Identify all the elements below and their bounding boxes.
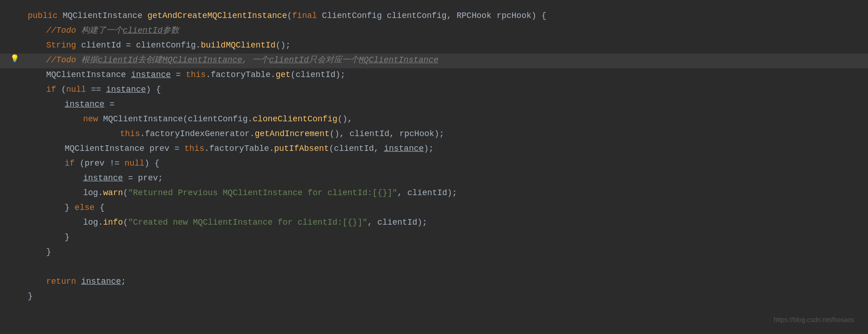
code-line-1: public MQClientInstance getAndCreateMQCl… xyxy=(0,9,868,24)
method-cloneclientconfig: cloneClientConfig xyxy=(253,113,338,126)
code-line-3: String clientId = clientConfig.buildMQCl… xyxy=(0,39,868,54)
log-var-2: log xyxy=(83,216,98,229)
keyword-if-1: if xyxy=(46,83,61,96)
punct-3: = xyxy=(171,68,186,82)
watermark: https://blog.csdn.net/hosaos xyxy=(774,315,854,325)
comment-text-2: 参数 xyxy=(163,24,179,37)
var-instance-4: instance xyxy=(384,142,423,155)
var-prev: prev = xyxy=(150,142,185,155)
method-putifabsent: putIfAbsent xyxy=(274,142,329,155)
param-clientid-3: , clientId); xyxy=(368,216,428,229)
comment-text-6: 只会对应一个 xyxy=(309,54,359,67)
param-clientconfig: ClientConfig clientConfig, RPCHook rpcHo… xyxy=(322,9,546,23)
keyword-this-2: this xyxy=(120,127,140,141)
code-editor: public MQClientInstance getAndCreateMQCl… xyxy=(0,0,868,314)
code-line-12: instance = prev; xyxy=(0,172,868,186)
log-warn: warn xyxy=(103,186,123,200)
factory-table-putifabsent: .factoryTable. xyxy=(204,142,274,155)
code-line-20: } xyxy=(0,290,868,304)
punct-15: { xyxy=(95,201,105,215)
punct-21: } xyxy=(28,290,33,303)
code-line-4: 💡 //Todo 根据clientId去创建MQClientInstance, … xyxy=(0,54,868,68)
code-line-8: new MQClientInstance(clientConfig.cloneC… xyxy=(0,113,868,127)
code-line-9: this.factoryIndexGenerator.getAndIncreme… xyxy=(0,127,868,142)
var-clientid: clientId = clientConfig. xyxy=(81,39,201,52)
punct-4: ( xyxy=(61,83,66,96)
method-getandincrement: getAndIncrement xyxy=(255,127,330,141)
keyword-null-2: null xyxy=(125,157,145,170)
punct-14: } xyxy=(65,201,75,215)
comment-text-5: , 一个 xyxy=(242,54,269,67)
factory-table-get: .factoryTable. xyxy=(206,68,276,82)
var-instance-2: instance xyxy=(106,83,146,96)
comment-clientid-2: clientId xyxy=(98,54,138,67)
keyword-null-1: null xyxy=(66,83,86,96)
code-line-5: MQClientInstance instance = this.factory… xyxy=(0,68,868,83)
param-clientid-1: (clientId); xyxy=(290,68,345,82)
keyword-final: final xyxy=(292,9,322,23)
bulb-icon: 💡 xyxy=(10,54,19,66)
assign-prev: = prev; xyxy=(123,172,163,185)
code-line-11: if (prev != null) { xyxy=(0,157,868,172)
var-instance-6: instance xyxy=(81,275,121,288)
comment-text-4: 去创建 xyxy=(138,54,163,67)
code-line-18 xyxy=(0,260,868,275)
comment-todo-2: //Todo xyxy=(46,54,81,67)
var-instance-1: instance xyxy=(131,68,171,82)
keyword-if-2: if xyxy=(65,157,79,170)
factory-index-generator: .factoryIndexGenerator. xyxy=(140,127,254,141)
comment-clientid-1: clientId xyxy=(123,24,163,37)
keyword-else: else xyxy=(75,201,95,215)
type-mqclientinstance-new: MQClientInstance(clientConfig. xyxy=(103,113,253,126)
keyword-public: public xyxy=(28,9,63,23)
comment-todo-1: //Todo xyxy=(46,24,81,37)
punct-5: == xyxy=(86,83,106,96)
comment-clientid-3: clientId xyxy=(269,54,308,67)
code-line-6: if (null == instance) { xyxy=(0,83,868,98)
comment-text-1: 构建了一个 xyxy=(81,24,123,37)
punct-13: ( xyxy=(123,186,128,200)
punct-2: (); xyxy=(276,39,290,52)
code-line-2: //Todo 构建了一个clientId参数 xyxy=(0,24,868,39)
punct-19: } xyxy=(46,245,51,259)
code-line-7: instance = xyxy=(0,98,868,113)
code-line-10: MQClientInstance prev = this.factoryTabl… xyxy=(0,142,868,157)
string-info: "Created new MQClientInstance for client… xyxy=(128,216,367,229)
code-line-14: } else { xyxy=(0,201,868,216)
code-line-17: } xyxy=(0,245,868,260)
punct-16: . xyxy=(98,216,103,229)
var-instance-5: instance xyxy=(83,172,123,185)
punct-7: = xyxy=(104,98,115,111)
param-clientid-2: , clientId); xyxy=(398,186,458,200)
punct-12: . xyxy=(98,186,103,200)
keyword-new: new xyxy=(83,113,103,126)
keyword-string: String xyxy=(46,39,81,52)
comment-text-3: 根据 xyxy=(81,54,98,67)
code-line-16: } xyxy=(0,231,868,245)
var-instance-3: instance xyxy=(65,98,104,111)
punct-20: ; xyxy=(121,275,126,288)
code-line-13: log.warn("Returned Previous MQClientInst… xyxy=(0,186,868,201)
type-mqclientinstance: MQClientInstance xyxy=(63,9,148,23)
method-buildmqclientid: buildMQClientId xyxy=(201,39,276,52)
log-var-1: log xyxy=(83,186,98,200)
punct-10: (prev != xyxy=(79,157,124,170)
type-mqclientinstance-2: MQClientInstance xyxy=(46,68,131,82)
comment-mqclientinstance-1: MQClientInstance xyxy=(163,54,242,67)
method-get: get xyxy=(276,68,290,82)
punct-11: ) { xyxy=(145,157,159,170)
punct-6: ) { xyxy=(146,83,161,96)
params-clientid-rpchook: (), clientId, rpcHook); xyxy=(330,127,444,141)
type-mqclientinstance-3: MQClientInstance xyxy=(65,142,150,155)
punct-9: ); xyxy=(424,142,434,155)
punct-18: } xyxy=(65,231,70,244)
string-warn: "Returned Previous MQClientInstance for … xyxy=(128,186,397,200)
keyword-return: return xyxy=(46,275,81,288)
punct-17: ( xyxy=(123,216,128,229)
code-line-15: log.info("Created new MQClientInstance f… xyxy=(0,216,868,231)
log-info: info xyxy=(103,216,123,229)
keyword-this-3: this xyxy=(184,142,204,155)
keyword-this-1: this xyxy=(186,68,205,82)
punct-8: (), xyxy=(338,113,352,126)
code-line-19: return instance; xyxy=(0,275,868,290)
